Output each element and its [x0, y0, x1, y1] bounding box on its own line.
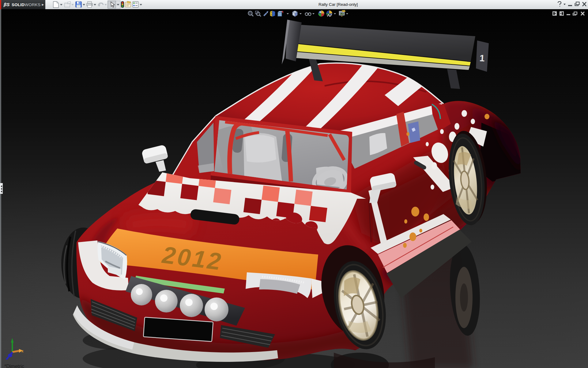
svg-text:1: 1	[479, 53, 485, 63]
svg-text:*Dimetric: *Dimetric	[4, 364, 24, 368]
svg-text:x: x	[21, 349, 24, 353]
